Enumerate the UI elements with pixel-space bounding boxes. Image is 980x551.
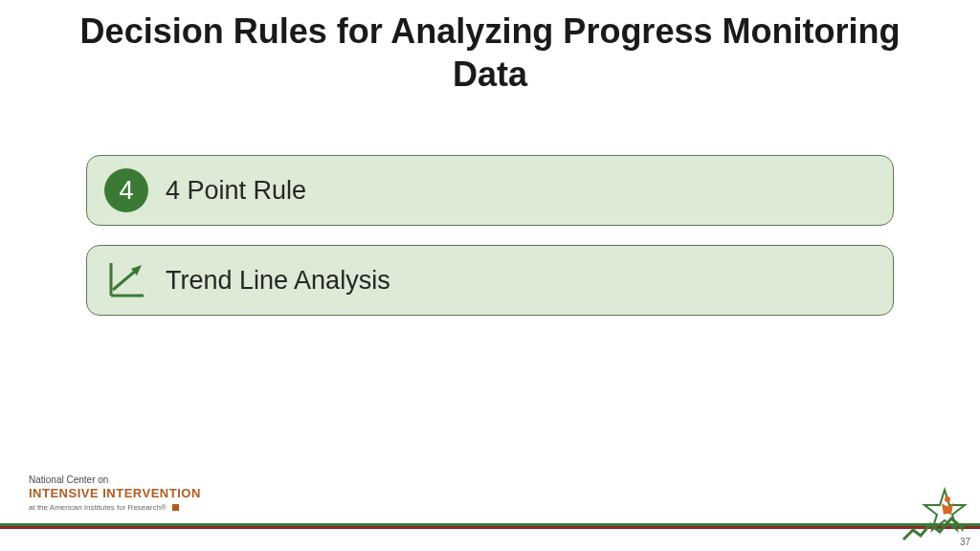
rule-label: 4 Point Rule [166, 176, 306, 206]
org-dot-icon [172, 504, 179, 511]
number-badge-icon: 4 [104, 168, 148, 212]
org-line3: at the American Institutes for Research® [29, 503, 167, 512]
star-logo-icon [902, 486, 969, 547]
org-line2: INTENSIVE INTERVENTION [29, 486, 201, 501]
rule-label: Trend Line Analysis [166, 266, 390, 296]
rule-card-trendline: Trend Line Analysis [86, 245, 894, 316]
org-logo: National Center on INTENSIVE INTERVENTIO… [29, 474, 201, 513]
rule-cards: 4 4 Point Rule Trend Line Analysis [86, 155, 894, 316]
rule-card-4point: 4 4 Point Rule [86, 155, 894, 226]
trend-chart-icon [104, 258, 148, 302]
svg-point-5 [945, 496, 950, 502]
badge-number: 4 [119, 176, 133, 206]
slide-title: Decision Rules for Analyzing Progress Mo… [0, 0, 980, 96]
org-line1: National Center on [29, 474, 201, 486]
page-number: 37 [960, 537, 970, 547]
footer-divider [0, 523, 980, 529]
